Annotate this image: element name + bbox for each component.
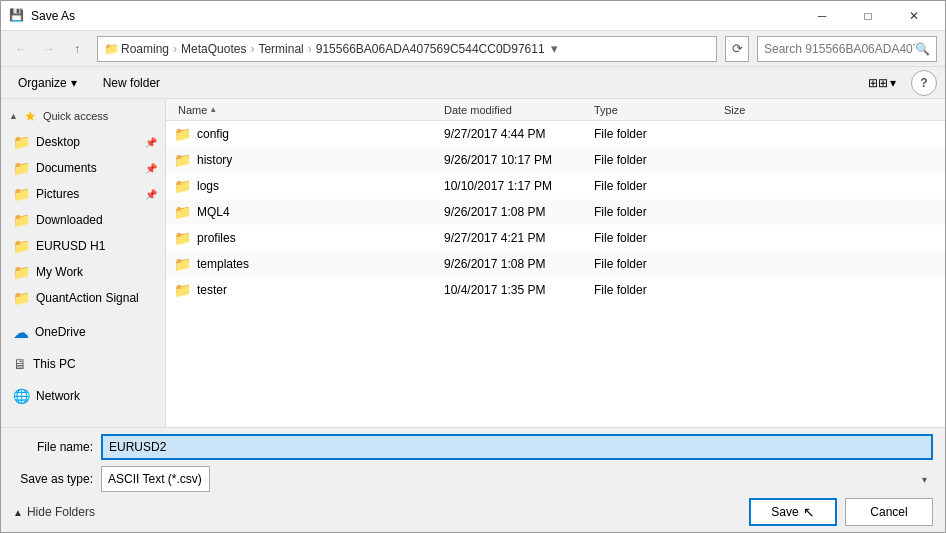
action-buttons: Save ↖ Cancel: [749, 498, 933, 526]
main-area: ▲ ★ Quick access 📁 Desktop 📌 📁 Documents…: [1, 99, 945, 427]
table-row[interactable]: 📁 tester 10/4/2017 1:35 PM File folder: [166, 277, 945, 303]
hide-folders-label: Hide Folders: [27, 505, 95, 519]
table-row[interactable]: 📁 config 9/27/2017 4:44 PM File folder: [166, 121, 945, 147]
file-name: history: [197, 153, 232, 167]
table-row[interactable]: 📁 templates 9/26/2017 1:08 PM File folde…: [166, 251, 945, 277]
separator-1: ›: [173, 42, 177, 56]
table-row[interactable]: 📁 logs 10/10/2017 1:17 PM File folder: [166, 173, 945, 199]
dialog-title: Save As: [31, 9, 799, 23]
hide-folders-button[interactable]: ▲ Hide Folders: [13, 501, 95, 523]
file-name: templates: [197, 257, 249, 271]
header-date-label: Date modified: [444, 104, 512, 116]
header-date[interactable]: Date modified: [444, 104, 594, 116]
sidebar-item-network[interactable]: 🌐 Network: [1, 383, 165, 409]
folder-icon: 📁: [174, 282, 191, 298]
sidebar-item-quantaction[interactable]: 📁 QuantAction Signal: [1, 285, 165, 311]
sidebar-item-pictures[interactable]: 📁 Pictures 📌: [1, 181, 165, 207]
mywork-folder-icon: 📁: [13, 264, 30, 280]
table-row[interactable]: 📁 MQL4 9/26/2017 1:08 PM File folder: [166, 199, 945, 225]
header-name[interactable]: Name ▲: [174, 104, 444, 116]
header-size-label: Size: [724, 104, 745, 116]
maximize-button[interactable]: □: [845, 1, 891, 31]
new-folder-label: New folder: [103, 76, 160, 90]
new-folder-button[interactable]: New folder: [94, 71, 169, 95]
file-name: profiles: [197, 231, 236, 245]
pictures-label: Pictures: [36, 187, 79, 201]
desktop-label: Desktop: [36, 135, 80, 149]
organize-button[interactable]: Organize ▾: [9, 71, 86, 95]
file-date-cell: 9/26/2017 10:17 PM: [444, 153, 594, 167]
savetype-select[interactable]: ASCII Text (*.csv): [101, 466, 210, 492]
cancel-button[interactable]: Cancel: [845, 498, 933, 526]
file-type-cell: File folder: [594, 257, 724, 271]
sidebar-item-onedrive[interactable]: ☁ OneDrive: [1, 319, 165, 345]
eurusd-folder-icon: 📁: [13, 238, 30, 254]
close-button[interactable]: ✕: [891, 1, 937, 31]
file-type-cell: File folder: [594, 205, 724, 219]
organize-chevron: ▾: [71, 76, 77, 90]
search-input[interactable]: [764, 42, 915, 56]
sidebar-item-downloaded[interactable]: 📁 Downloaded: [1, 207, 165, 233]
back-icon: ←: [15, 42, 27, 56]
refresh-button[interactable]: ⟳: [725, 36, 749, 62]
file-name-cell: 📁 MQL4: [174, 204, 444, 220]
savetype-wrapper: ASCII Text (*.csv) ▾: [101, 466, 933, 492]
search-box[interactable]: 🔍: [757, 36, 937, 62]
sidebar-item-documents[interactable]: 📁 Documents 📌: [1, 155, 165, 181]
save-button[interactable]: Save ↖: [749, 498, 837, 526]
table-row[interactable]: 📁 profiles 9/27/2017 4:21 PM File folder: [166, 225, 945, 251]
file-type-cell: File folder: [594, 127, 724, 141]
search-icon: 🔍: [915, 42, 930, 56]
help-button[interactable]: ?: [911, 70, 937, 96]
navigation-toolbar: ← → ↑ 📁 Roaming › MetaQuotes › Terminal …: [1, 31, 945, 67]
cancel-label: Cancel: [870, 505, 907, 519]
forward-button[interactable]: →: [37, 37, 61, 61]
file-list: Name ▲ Date modified Type Size 📁 config: [166, 99, 945, 427]
file-name-cell: 📁 profiles: [174, 230, 444, 246]
up-icon: ↑: [74, 42, 80, 56]
savetype-label: Save as type:: [13, 472, 93, 486]
refresh-icon: ⟳: [732, 41, 743, 56]
file-name-cell: 📁 tester: [174, 282, 444, 298]
folder-icon: 📁: [174, 230, 191, 246]
up-button[interactable]: ↑: [65, 37, 89, 61]
title-bar: 💾 Save As ─ □ ✕: [1, 1, 945, 31]
separator-2: ›: [250, 42, 254, 56]
downloaded-folder-icon: 📁: [13, 212, 30, 228]
minimize-button[interactable]: ─: [799, 1, 845, 31]
sidebar-item-desktop[interactable]: 📁 Desktop 📌: [1, 129, 165, 155]
filename-input[interactable]: [101, 434, 933, 460]
table-row[interactable]: 📁 history 9/26/2017 10:17 PM File folder: [166, 147, 945, 173]
save-label: Save: [771, 505, 798, 519]
sidebar-item-mywork[interactable]: 📁 My Work: [1, 259, 165, 285]
secondary-toolbar: Organize ▾ New folder ⊞⊞ ▾ ?: [1, 67, 945, 99]
action-bar: ▲ Hide Folders Save ↖ Cancel: [13, 498, 933, 526]
file-type-cell: File folder: [594, 153, 724, 167]
file-date-cell: 9/27/2017 4:44 PM: [444, 127, 594, 141]
file-name-cell: 📁 history: [174, 152, 444, 168]
file-name: MQL4: [197, 205, 230, 219]
address-bar[interactable]: 📁 Roaming › MetaQuotes › Terminal › 9155…: [97, 36, 717, 62]
file-date-cell: 9/26/2017 1:08 PM: [444, 257, 594, 271]
forward-icon: →: [43, 42, 55, 56]
hide-folders-arrow: ▲: [13, 507, 23, 518]
filename-label: File name:: [13, 440, 93, 454]
sidebar-item-eurusd[interactable]: 📁 EURUSD H1: [1, 233, 165, 259]
pictures-pin-icon: 📌: [145, 189, 157, 200]
organize-label: Organize: [18, 76, 67, 90]
file-date-cell: 9/27/2017 4:21 PM: [444, 231, 594, 245]
view-button[interactable]: ⊞⊞ ▾: [861, 71, 903, 95]
eurusd-label: EURUSD H1: [36, 239, 105, 253]
sidebar-item-thispc[interactable]: 🖥 This PC: [1, 351, 165, 377]
address-dropdown-button[interactable]: ▾: [545, 37, 565, 61]
header-size[interactable]: Size: [724, 104, 824, 116]
quick-access-header: ▲ ★ Quick access: [1, 103, 165, 129]
save-cursor-icon: ↖: [803, 504, 815, 520]
file-rows-container: 📁 config 9/27/2017 4:44 PM File folder 📁…: [166, 121, 945, 303]
back-button[interactable]: ←: [9, 37, 33, 61]
separator-3: ›: [308, 42, 312, 56]
select-arrow-icon: ▾: [922, 474, 927, 485]
header-type[interactable]: Type: [594, 104, 724, 116]
file-name: config: [197, 127, 229, 141]
file-type-cell: File folder: [594, 283, 724, 297]
